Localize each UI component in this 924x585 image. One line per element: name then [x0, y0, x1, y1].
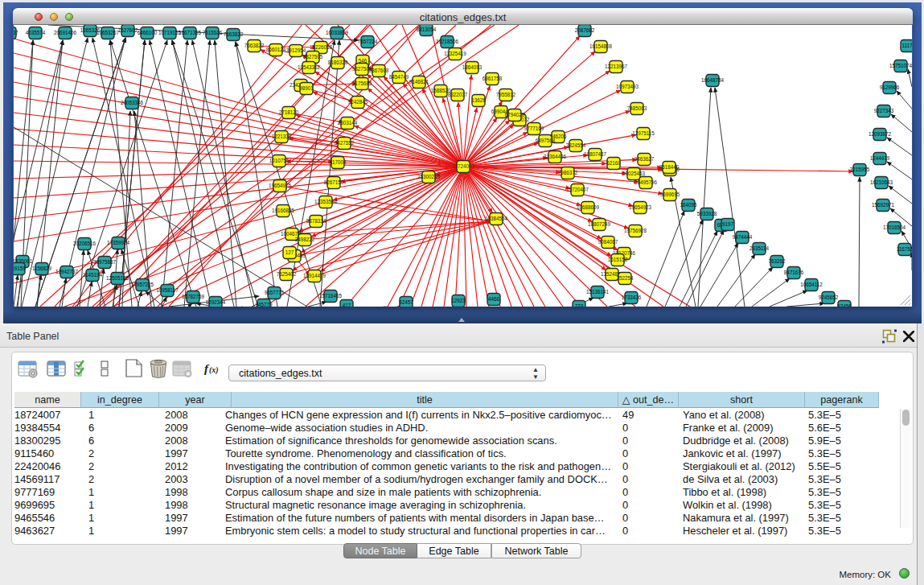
svg-text:2935114: 2935114 [749, 245, 770, 251]
svg-text:3175685: 3175685 [352, 80, 372, 86]
svg-text:16782759: 16782759 [182, 294, 205, 299]
svg-text:16495796: 16495796 [634, 179, 658, 185]
svg-text:19654923: 19654923 [629, 204, 652, 210]
svg-text:13626: 13626 [471, 97, 486, 103]
svg-text:9657771: 9657771 [265, 290, 285, 295]
svg-text:17957225: 17957225 [131, 282, 154, 287]
svg-text:16671355: 16671355 [179, 30, 202, 35]
svg-text:10688609: 10688609 [577, 204, 600, 210]
svg-text:9084067: 9084067 [598, 239, 618, 245]
svg-text:1733426: 1733426 [622, 295, 642, 300]
svg-text:164095: 164095 [680, 202, 697, 208]
svg-text:8878334: 8878334 [306, 218, 326, 224]
svg-text:20691406: 20691406 [54, 30, 77, 35]
svg-text:2803144: 2803144 [338, 120, 358, 126]
svg-text:62160: 62160 [606, 160, 621, 166]
svg-text:12505185: 12505185 [106, 275, 129, 281]
svg-text:2367608: 2367608 [369, 68, 389, 73]
svg-text:12353594: 12353594 [314, 199, 338, 204]
svg-text:4466: 4466 [488, 296, 500, 302]
svg-text:21364436: 21364436 [544, 154, 567, 159]
svg-text:7663822: 7663822 [244, 43, 265, 48]
svg-text:10025453: 10025453 [622, 171, 646, 176]
svg-text:1156829: 1156829 [32, 266, 52, 271]
svg-text:3498222: 3498222 [295, 237, 315, 242]
svg-text:12975115: 12975115 [632, 130, 655, 136]
svg-text:10807487: 10807487 [584, 151, 607, 157]
svg-text:8186328: 8186328 [328, 60, 348, 65]
svg-text:39159: 39159 [14, 266, 26, 271]
svg-text:92456: 92456 [837, 303, 852, 307]
svg-text:12923: 12923 [451, 298, 466, 303]
svg-text:9327505: 9327505 [303, 54, 323, 60]
svg-text:7955812: 7955812 [496, 92, 516, 97]
svg-text:15136141: 15136141 [586, 289, 610, 295]
svg-text:127: 127 [285, 249, 294, 255]
svg-text:8471676: 8471676 [784, 270, 804, 275]
svg-text:4035574: 4035574 [26, 30, 46, 35]
svg-text:9227343: 9227343 [874, 108, 894, 113]
svg-text:16648784: 16648784 [701, 77, 725, 83]
svg-text:19384554: 19384554 [485, 216, 508, 221]
svg-text:9129966: 9129966 [880, 84, 900, 90]
svg-text:2087682: 2087682 [575, 27, 595, 33]
svg-text:5933928: 5933928 [697, 211, 717, 216]
svg-text:1292344: 1292344 [206, 299, 226, 305]
svg-text:9197: 9197 [722, 221, 734, 227]
svg-text:30975887: 30975887 [93, 259, 117, 265]
svg-text:16154808: 16154808 [589, 43, 613, 49]
svg-text:12093872: 12093872 [869, 131, 892, 137]
svg-text:10654112: 10654112 [800, 282, 823, 287]
svg-text:10973493: 10973493 [616, 84, 639, 89]
svg-text:19756928: 19756928 [624, 228, 647, 233]
svg-text:2718120: 2718120 [279, 109, 299, 115]
svg-text:8660124: 8660124 [266, 47, 286, 52]
svg-text:9474444: 9474444 [733, 234, 753, 240]
svg-text:6497568: 6497568 [536, 138, 556, 143]
svg-text:7986372: 7986372 [558, 170, 578, 175]
svg-text:6794028: 6794028 [505, 112, 525, 117]
svg-text:18807249: 18807249 [588, 221, 611, 227]
svg-text:1221338: 1221338 [272, 134, 292, 139]
svg-text:9242845: 9242845 [348, 99, 368, 105]
svg-text:733: 733 [575, 303, 584, 307]
svg-text:15692971: 15692971 [872, 202, 895, 208]
svg-text:9777169: 9777169 [524, 126, 544, 131]
svg-text:25300215: 25300215 [417, 174, 441, 179]
svg-text:9463627: 9463627 [634, 156, 655, 162]
svg-text:16914479: 16914479 [303, 273, 326, 278]
svg-text:1244419: 1244419 [870, 155, 890, 161]
svg-text:15226058: 15226058 [310, 44, 333, 50]
svg-text:19218506: 19218506 [436, 39, 459, 44]
svg-text:9245652: 9245652 [819, 295, 839, 300]
svg-text:6466100: 6466100 [138, 30, 158, 35]
svg-text:7485063: 7485063 [627, 105, 647, 111]
svg-text:763262: 763262 [768, 258, 786, 264]
svg-text:10653267: 10653267 [97, 30, 120, 35]
svg-text:20206516: 20206516 [73, 241, 97, 246]
svg-text:15751074: 15751074 [889, 63, 912, 68]
svg-text:1145194: 1145194 [83, 272, 103, 278]
svg-text:17359924: 17359924 [107, 240, 130, 245]
svg-text:8813054: 8813054 [417, 27, 437, 32]
svg-text:15720407: 15720407 [566, 187, 589, 192]
svg-text:20053346: 20053346 [121, 100, 144, 105]
svg-text:1864093: 1864093 [462, 64, 483, 70]
svg-text:1117: 1117 [901, 43, 912, 48]
svg-text:1527602: 1527602 [118, 27, 138, 33]
svg-text:12942737: 12942737 [55, 269, 79, 274]
svg-text:9146821: 9146821 [409, 79, 429, 84]
svg-text:10543362: 10543362 [298, 64, 321, 70]
svg-text:417: 417 [343, 303, 351, 307]
svg-text:3215955: 3215955 [850, 167, 870, 172]
svg-text:8427552: 8427552 [335, 140, 355, 146]
svg-text:3824554: 3824554 [566, 142, 586, 148]
svg-text:1615152: 1615152 [608, 257, 628, 262]
svg-text:7515526: 7515526 [203, 30, 223, 35]
svg-text:252254: 252254 [616, 275, 634, 281]
svg-text:8518440: 8518440 [659, 164, 680, 170]
svg-text:8454749: 8454749 [389, 74, 409, 80]
svg-text:6961758: 6961758 [483, 76, 503, 81]
svg-text:1010755: 1010755 [269, 158, 290, 163]
svg-text:16210643: 16210643 [870, 179, 893, 185]
